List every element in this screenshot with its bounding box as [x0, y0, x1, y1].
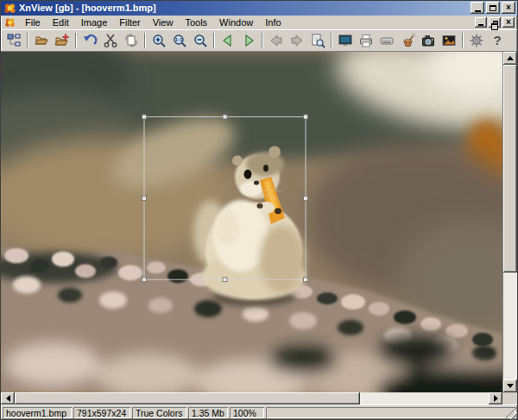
batch-icon — [400, 33, 415, 48]
properties-button[interactable] — [307, 31, 328, 50]
vertical-scroll-thumb[interactable] — [503, 65, 517, 273]
scroll-left-button[interactable] — [1, 392, 15, 404]
zoom-in-icon — [151, 33, 167, 48]
vertical-scrollbar[interactable] — [502, 52, 517, 392]
arrow-down-icon — [507, 384, 514, 388]
acquire-icon — [379, 33, 395, 48]
options-gear-icon — [469, 33, 484, 48]
fullscreen-button[interactable] — [335, 31, 356, 50]
menu-bar: File Edit Image Filter View Tools Window… — [1, 16, 517, 29]
status-dimensions: 791x597x24 — [73, 407, 130, 418]
menu-window[interactable]: Window — [213, 16, 259, 28]
scroll-down-button[interactable] — [503, 379, 517, 392]
menu-info[interactable]: Info — [259, 16, 287, 28]
zoom-actual-button[interactable]: 1:1 — [169, 31, 190, 50]
menu-edit[interactable]: Edit — [47, 16, 75, 28]
mdi-restore-icon — [493, 21, 498, 25]
menu-tools[interactable]: Tools — [179, 16, 213, 28]
status-color-depth: True Colors — [132, 407, 186, 418]
close-button[interactable]: × — [502, 2, 515, 14]
properties-icon — [310, 33, 325, 48]
browser-button[interactable] — [3, 31, 24, 50]
selection-handle[interactable] — [304, 115, 308, 119]
toolbar-separator — [331, 33, 332, 48]
undo-button[interactable] — [79, 31, 100, 50]
svg-text:1:1: 1:1 — [175, 37, 183, 42]
photo-squirrel — [1, 52, 502, 392]
new-folder-icon — [54, 33, 70, 48]
minimize-button[interactable] — [471, 2, 484, 14]
new-folder-button[interactable] — [52, 31, 73, 50]
status-empty — [266, 407, 515, 418]
undo-icon — [82, 33, 98, 48]
menu-file[interactable]: File — [19, 16, 47, 28]
mdi-minimize-icon — [478, 24, 483, 26]
selection-handle[interactable] — [142, 196, 147, 200]
help-icon: ? — [490, 33, 505, 48]
status-zoom-level: 100% — [230, 407, 264, 418]
batch-button[interactable] — [397, 31, 418, 50]
scrollbar-corner — [502, 392, 517, 404]
options-button[interactable] — [466, 31, 487, 50]
horizontal-scrollbar[interactable] — [1, 392, 502, 404]
mdi-close-icon: × — [506, 18, 511, 27]
wallpaper-icon — [441, 33, 457, 48]
zoom-actual-icon: 1:1 — [172, 33, 187, 48]
status-file-size: 1.35 Mb — [188, 407, 228, 418]
selection-handle[interactable] — [142, 277, 147, 281]
capture-button[interactable] — [418, 31, 439, 50]
back-button[interactable] — [266, 31, 287, 50]
cut-button[interactable] — [100, 31, 121, 50]
mdi-close-button[interactable]: × — [502, 17, 515, 28]
maximize-button[interactable] — [486, 2, 500, 14]
horizontal-scroll-thumb[interactable] — [15, 392, 360, 404]
next-button[interactable] — [238, 31, 259, 50]
toolbar-separator — [75, 33, 77, 48]
menu-view[interactable]: View — [147, 16, 180, 28]
selection-handle[interactable] — [304, 277, 308, 281]
image-canvas[interactable] — [1, 52, 502, 392]
title-bar: XnView [gb] - [hooverm1.bmp] × — [1, 1, 517, 16]
zoom-in-button[interactable] — [148, 31, 169, 50]
xnview-window: XnView [gb] - [hooverm1.bmp] × File Edit… — [0, 0, 518, 420]
fullscreen-icon — [338, 33, 353, 48]
rotate-button[interactable] — [121, 31, 142, 50]
minimize-icon — [475, 10, 481, 12]
wallpaper-button[interactable] — [439, 31, 459, 50]
svg-text:?: ? — [493, 33, 501, 47]
forward-button[interactable] — [287, 31, 307, 50]
close-icon: × — [506, 3, 511, 12]
print-button[interactable] — [356, 31, 376, 50]
previous-button[interactable] — [218, 31, 238, 50]
browser-icon — [6, 33, 22, 48]
zoom-out-icon — [193, 33, 208, 48]
menu-filter[interactable]: Filter — [113, 16, 146, 28]
selection-handle[interactable] — [304, 196, 308, 200]
previous-icon — [220, 33, 236, 48]
scroll-right-button[interactable] — [489, 392, 502, 404]
toolbar-separator — [213, 33, 215, 48]
document-icon — [4, 17, 16, 28]
arrow-right-icon — [494, 395, 498, 402]
selection-handle[interactable] — [223, 277, 227, 281]
zoom-out-button[interactable] — [190, 31, 211, 50]
status-bar: hooverm1.bmp 791x597x24 True Colors 1.35… — [1, 404, 517, 419]
menu-image[interactable]: Image — [75, 16, 114, 28]
selection-handle[interactable] — [223, 115, 227, 119]
maximize-icon — [490, 5, 496, 11]
arrow-up-icon — [507, 56, 514, 60]
mdi-minimize-button[interactable] — [475, 17, 487, 28]
selection-handle[interactable] — [142, 115, 147, 119]
forward-icon — [289, 33, 305, 48]
toolbar-separator — [462, 33, 464, 48]
acquire-button[interactable] — [376, 31, 397, 50]
help-button[interactable]: ? — [487, 31, 508, 50]
scroll-up-button[interactable] — [503, 52, 517, 65]
capture-icon — [420, 33, 436, 48]
open-button[interactable] — [31, 31, 52, 50]
mdi-restore-button[interactable] — [489, 17, 501, 28]
open-folder-icon — [34, 33, 49, 48]
window-title: XnView [gb] - [hooverm1.bmp] — [19, 3, 471, 14]
next-icon — [241, 33, 256, 48]
toolbar: 1:1 — [1, 29, 517, 51]
